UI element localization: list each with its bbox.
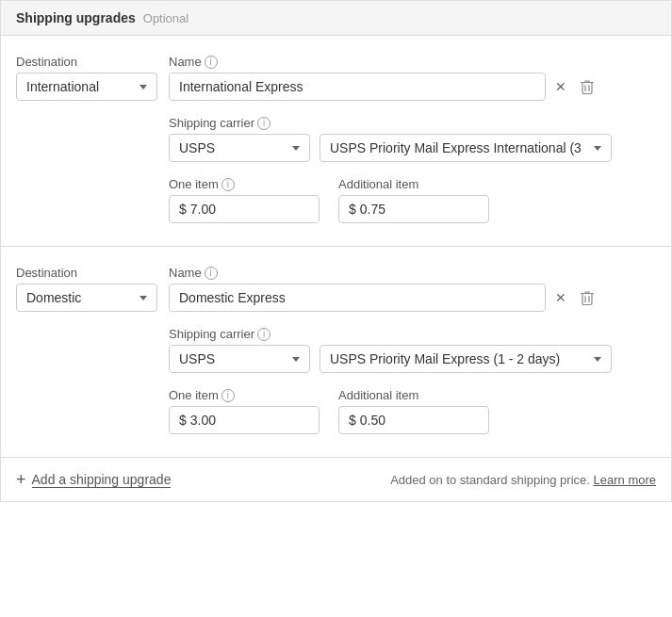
name-input-domestic[interactable] (169, 284, 546, 312)
one-item-input-international[interactable] (190, 202, 309, 217)
name-info-icon-international[interactable]: i (205, 56, 218, 69)
carrier-selects-domestic: USPS USPS Priority Mail Express (1 - 2 d… (169, 345, 656, 373)
additional-item-currency-international: $ (349, 202, 356, 217)
destination-value-domestic: Domestic (26, 290, 81, 305)
name-wrapper-international: ✕ (169, 73, 656, 101)
carrier-row-domestic: Shipping carrier i USPS USPS Priority Ma… (169, 327, 656, 373)
footer-note: Added on to standard shipping price. Lea… (390, 473, 656, 487)
pricing-row-domestic: One item i $ Additional item $ (169, 388, 656, 434)
add-shipping-upgrade-link[interactable]: + Add a shipping upgrade (16, 471, 171, 488)
destination-field-international: Destination International (16, 55, 157, 101)
additional-item-label-domestic: Additional item (338, 388, 489, 402)
additional-item-input-international[interactable] (360, 202, 479, 217)
delete-row-button-international[interactable] (576, 74, 598, 99)
destination-label-international: Destination (16, 55, 157, 69)
learn-more-link[interactable]: Learn more (594, 473, 656, 487)
carrier-selects-international: USPS USPS Priority Mail Express Internat… (169, 134, 656, 162)
additional-item-input-wrapper-international: $ (338, 195, 489, 223)
optional-label: Optional (143, 11, 188, 25)
carrier-service-select-domestic[interactable]: USPS Priority Mail Express (1 - 2 days) (320, 345, 612, 373)
name-wrapper-domestic: ✕ (169, 284, 656, 312)
name-input-international[interactable] (169, 73, 546, 101)
one-item-label-domestic: One item i (169, 388, 320, 402)
additional-item-field-international: Additional item $ (338, 177, 489, 223)
carrier-row-international: Shipping carrier i USPS USPS Priority Ma… (169, 116, 656, 162)
carrier-service-select-international[interactable]: USPS Priority Mail Express International… (320, 134, 612, 162)
one-item-currency-domestic: $ (179, 413, 187, 428)
shipping-upgrades-panel: Shipping upgrades Optional Destination I… (0, 0, 672, 502)
destination-value-international: International (26, 79, 99, 94)
one-item-field-domestic: One item i $ (169, 388, 320, 434)
chevron-down-icon (139, 85, 147, 89)
trash-icon-domestic (580, 289, 595, 306)
one-item-input-wrapper-international: $ (169, 195, 320, 223)
one-item-info-icon-domestic[interactable]: i (221, 389, 235, 402)
add-shipping-upgrade-label: Add a shipping upgrade (32, 472, 172, 488)
carrier-info-icon-international[interactable]: i (257, 117, 270, 130)
clear-icon-international: ✕ (555, 79, 566, 94)
destination-select-domestic[interactable]: Domestic (16, 284, 157, 312)
carrier-chevron-icon-domestic (292, 357, 300, 362)
shipping-row-international: Destination International Name i ✕ (1, 36, 671, 247)
name-field-international: Name i ✕ (169, 55, 656, 101)
row-top-international: Destination International Name i ✕ (16, 55, 656, 101)
additional-item-input-domestic[interactable] (360, 413, 479, 428)
carrier-service-chevron-icon-international (594, 146, 601, 151)
one-item-label-international: One item i (169, 177, 320, 191)
clear-name-button-international[interactable]: ✕ (551, 75, 570, 98)
section-header: Shipping upgrades Optional (1, 1, 671, 36)
row-top-domestic: Destination Domestic Name i ✕ (16, 266, 656, 312)
additional-item-field-domestic: Additional item $ (338, 388, 489, 434)
trash-icon-international (580, 78, 595, 95)
one-item-input-domestic[interactable] (190, 413, 309, 428)
carrier-label-international: Shipping carrier i (169, 116, 656, 130)
clear-icon-domestic: ✕ (555, 290, 566, 305)
carrier-service-chevron-icon-domestic (594, 357, 601, 362)
name-label-international: Name i (169, 55, 656, 69)
shipping-row-domestic: Destination Domestic Name i ✕ (1, 247, 671, 458)
destination-select-international[interactable]: International (16, 73, 157, 101)
one-item-field-international: One item i $ (169, 177, 320, 223)
name-field-domestic: Name i ✕ (169, 266, 656, 312)
one-item-currency-international: $ (179, 202, 187, 217)
carrier-select-international[interactable]: USPS (169, 134, 310, 162)
destination-chevron-icon-domestic (139, 296, 147, 300)
destination-label-domestic: Destination (16, 266, 157, 280)
section-title: Shipping upgrades (16, 10, 136, 25)
additional-item-input-wrapper-domestic: $ (338, 406, 489, 434)
destination-field-domestic: Destination Domestic (16, 266, 157, 312)
one-item-input-wrapper-domestic: $ (169, 406, 320, 434)
carrier-info-icon-domestic[interactable]: i (257, 328, 270, 341)
clear-name-button-domestic[interactable]: ✕ (551, 286, 570, 309)
one-item-info-icon-international[interactable]: i (221, 178, 235, 191)
additional-item-currency-domestic: $ (349, 413, 356, 428)
carrier-chevron-icon-international (292, 146, 300, 151)
name-info-icon-domestic[interactable]: i (205, 267, 218, 280)
carrier-select-domestic[interactable]: USPS (169, 345, 310, 373)
additional-item-label-international: Additional item (338, 177, 489, 191)
footer-row: + Add a shipping upgrade Added on to sta… (1, 458, 671, 501)
pricing-row-international: One item i $ Additional item $ (169, 177, 656, 223)
carrier-label-domestic: Shipping carrier i (169, 327, 656, 341)
name-label-domestic: Name i (169, 266, 656, 280)
plus-icon: + (16, 471, 26, 488)
delete-row-button-domestic[interactable] (576, 285, 598, 310)
